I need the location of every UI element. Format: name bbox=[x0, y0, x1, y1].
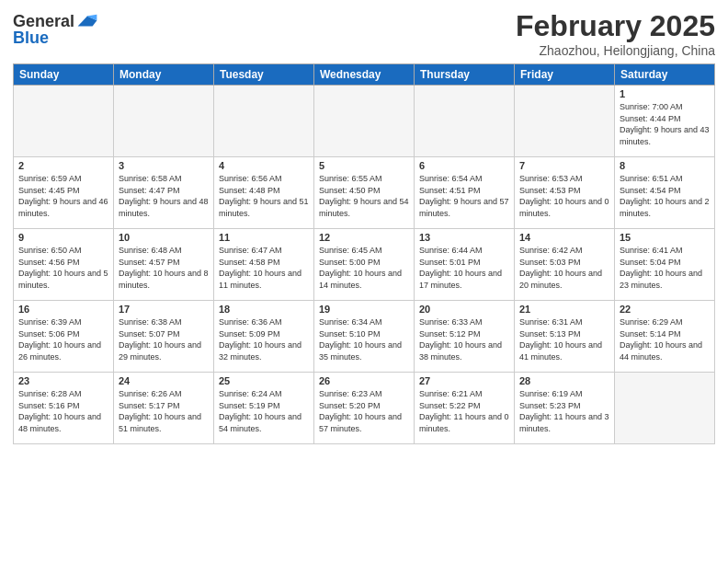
calendar-cell bbox=[515, 86, 615, 157]
day-number: 11 bbox=[219, 232, 309, 243]
calendar-cell: 16Sunrise: 6:39 AM Sunset: 5:06 PM Dayli… bbox=[14, 301, 114, 373]
calendar: SundayMondayTuesdayWednesdayThursdayFrid… bbox=[13, 63, 715, 444]
week-row-2: 9Sunrise: 6:50 AM Sunset: 4:56 PM Daylig… bbox=[14, 229, 715, 301]
day-number: 18 bbox=[219, 304, 309, 315]
day-info: Sunrise: 6:55 AM Sunset: 4:50 PM Dayligh… bbox=[319, 173, 409, 219]
day-number: 26 bbox=[319, 375, 409, 386]
col-header-sunday: Sunday bbox=[14, 64, 114, 86]
day-number: 23 bbox=[18, 375, 108, 386]
calendar-cell: 9Sunrise: 6:50 AM Sunset: 4:56 PM Daylig… bbox=[14, 229, 114, 301]
calendar-cell: 21Sunrise: 6:31 AM Sunset: 5:13 PM Dayli… bbox=[515, 301, 615, 373]
day-info: Sunrise: 6:44 AM Sunset: 5:01 PM Dayligh… bbox=[419, 245, 509, 291]
day-number: 15 bbox=[620, 232, 710, 243]
day-info: Sunrise: 6:19 AM Sunset: 5:23 PM Dayligh… bbox=[519, 388, 609, 434]
week-row-4: 23Sunrise: 6:28 AM Sunset: 5:16 PM Dayli… bbox=[14, 373, 715, 444]
day-info: Sunrise: 6:54 AM Sunset: 4:51 PM Dayligh… bbox=[419, 173, 509, 219]
week-row-1: 2Sunrise: 6:59 AM Sunset: 4:45 PM Daylig… bbox=[14, 157, 715, 229]
day-number: 19 bbox=[319, 304, 409, 315]
col-header-friday: Friday bbox=[515, 64, 615, 86]
day-info: Sunrise: 6:51 AM Sunset: 4:54 PM Dayligh… bbox=[620, 173, 710, 219]
col-header-saturday: Saturday bbox=[615, 64, 715, 86]
week-row-3: 16Sunrise: 6:39 AM Sunset: 5:06 PM Dayli… bbox=[14, 301, 715, 373]
day-number: 13 bbox=[419, 232, 509, 243]
day-number: 25 bbox=[219, 375, 309, 386]
day-info: Sunrise: 6:41 AM Sunset: 5:04 PM Dayligh… bbox=[620, 245, 710, 291]
day-number: 24 bbox=[119, 375, 209, 386]
calendar-cell: 4Sunrise: 6:56 AM Sunset: 4:48 PM Daylig… bbox=[214, 157, 314, 229]
day-info: Sunrise: 6:48 AM Sunset: 4:57 PM Dayligh… bbox=[119, 245, 209, 291]
day-info: Sunrise: 6:23 AM Sunset: 5:20 PM Dayligh… bbox=[319, 388, 409, 434]
day-number: 1 bbox=[620, 88, 710, 99]
col-header-tuesday: Tuesday bbox=[214, 64, 314, 86]
day-info: Sunrise: 6:56 AM Sunset: 4:48 PM Dayligh… bbox=[219, 173, 309, 219]
day-number: 5 bbox=[319, 160, 409, 171]
calendar-cell: 11Sunrise: 6:47 AM Sunset: 4:58 PM Dayli… bbox=[214, 229, 314, 301]
day-number: 10 bbox=[119, 232, 209, 243]
day-number: 7 bbox=[519, 160, 609, 171]
day-info: Sunrise: 6:33 AM Sunset: 5:12 PM Dayligh… bbox=[419, 316, 509, 362]
day-info: Sunrise: 6:28 AM Sunset: 5:16 PM Dayligh… bbox=[18, 388, 108, 434]
calendar-header-row: SundayMondayTuesdayWednesdayThursdayFrid… bbox=[14, 64, 715, 86]
logo-text-line2: Blue bbox=[13, 29, 49, 47]
logo-text-line1: General bbox=[13, 13, 74, 29]
calendar-cell: 28Sunrise: 6:19 AM Sunset: 5:23 PM Dayli… bbox=[515, 373, 615, 444]
calendar-cell bbox=[214, 86, 314, 157]
logo-icon bbox=[76, 13, 98, 29]
calendar-cell: 6Sunrise: 6:54 AM Sunset: 4:51 PM Daylig… bbox=[415, 157, 515, 229]
day-number: 21 bbox=[519, 304, 609, 315]
page: General Blue February 2025 Zhaozhou, Hei… bbox=[0, 0, 728, 563]
calendar-cell: 10Sunrise: 6:48 AM Sunset: 4:57 PM Dayli… bbox=[114, 229, 214, 301]
calendar-cell: 7Sunrise: 6:53 AM Sunset: 4:53 PM Daylig… bbox=[515, 157, 615, 229]
calendar-cell: 27Sunrise: 6:21 AM Sunset: 5:22 PM Dayli… bbox=[415, 373, 515, 444]
header: General Blue February 2025 Zhaozhou, Hei… bbox=[13, 9, 715, 58]
day-info: Sunrise: 6:59 AM Sunset: 4:45 PM Dayligh… bbox=[18, 173, 108, 219]
day-number: 14 bbox=[519, 232, 609, 243]
calendar-cell: 8Sunrise: 6:51 AM Sunset: 4:54 PM Daylig… bbox=[615, 157, 715, 229]
calendar-cell bbox=[14, 86, 114, 157]
calendar-cell: 15Sunrise: 6:41 AM Sunset: 5:04 PM Dayli… bbox=[615, 229, 715, 301]
calendar-cell: 12Sunrise: 6:45 AM Sunset: 5:00 PM Dayli… bbox=[314, 229, 415, 301]
day-number: 2 bbox=[18, 160, 108, 171]
day-number: 17 bbox=[119, 304, 209, 315]
day-info: Sunrise: 6:29 AM Sunset: 5:14 PM Dayligh… bbox=[620, 316, 710, 362]
day-info: Sunrise: 6:26 AM Sunset: 5:17 PM Dayligh… bbox=[119, 388, 209, 434]
day-info: Sunrise: 6:38 AM Sunset: 5:07 PM Dayligh… bbox=[119, 316, 209, 362]
day-info: Sunrise: 6:53 AM Sunset: 4:53 PM Dayligh… bbox=[519, 173, 609, 219]
calendar-cell: 25Sunrise: 6:24 AM Sunset: 5:19 PM Dayli… bbox=[214, 373, 314, 444]
day-info: Sunrise: 6:21 AM Sunset: 5:22 PM Dayligh… bbox=[419, 388, 509, 434]
day-info: Sunrise: 6:58 AM Sunset: 4:47 PM Dayligh… bbox=[119, 173, 209, 219]
calendar-cell: 13Sunrise: 6:44 AM Sunset: 5:01 PM Dayli… bbox=[415, 229, 515, 301]
location: Zhaozhou, Heilongjiang, China bbox=[516, 43, 715, 58]
title-block: February 2025 Zhaozhou, Heilongjiang, Ch… bbox=[516, 9, 715, 58]
day-number: 6 bbox=[419, 160, 509, 171]
calendar-cell: 17Sunrise: 6:38 AM Sunset: 5:07 PM Dayli… bbox=[114, 301, 214, 373]
day-number: 22 bbox=[620, 304, 710, 315]
day-info: Sunrise: 6:42 AM Sunset: 5:03 PM Dayligh… bbox=[519, 245, 609, 291]
calendar-cell: 19Sunrise: 6:34 AM Sunset: 5:10 PM Dayli… bbox=[314, 301, 415, 373]
day-info: Sunrise: 7:00 AM Sunset: 4:44 PM Dayligh… bbox=[620, 101, 710, 147]
day-info: Sunrise: 6:31 AM Sunset: 5:13 PM Dayligh… bbox=[519, 316, 609, 362]
calendar-cell bbox=[615, 373, 715, 444]
calendar-cell: 23Sunrise: 6:28 AM Sunset: 5:16 PM Dayli… bbox=[14, 373, 114, 444]
week-row-0: 1Sunrise: 7:00 AM Sunset: 4:44 PM Daylig… bbox=[14, 86, 715, 157]
day-info: Sunrise: 6:50 AM Sunset: 4:56 PM Dayligh… bbox=[18, 245, 108, 291]
day-number: 20 bbox=[419, 304, 509, 315]
day-info: Sunrise: 6:45 AM Sunset: 5:00 PM Dayligh… bbox=[319, 245, 409, 291]
day-info: Sunrise: 6:39 AM Sunset: 5:06 PM Dayligh… bbox=[18, 316, 108, 362]
calendar-cell: 26Sunrise: 6:23 AM Sunset: 5:20 PM Dayli… bbox=[314, 373, 415, 444]
calendar-cell: 24Sunrise: 6:26 AM Sunset: 5:17 PM Dayli… bbox=[114, 373, 214, 444]
calendar-cell: 20Sunrise: 6:33 AM Sunset: 5:12 PM Dayli… bbox=[415, 301, 515, 373]
calendar-cell bbox=[114, 86, 214, 157]
calendar-cell: 1Sunrise: 7:00 AM Sunset: 4:44 PM Daylig… bbox=[615, 86, 715, 157]
col-header-wednesday: Wednesday bbox=[314, 64, 415, 86]
day-number: 27 bbox=[419, 375, 509, 386]
day-number: 12 bbox=[319, 232, 409, 243]
day-info: Sunrise: 6:36 AM Sunset: 5:09 PM Dayligh… bbox=[219, 316, 309, 362]
day-number: 9 bbox=[18, 232, 108, 243]
calendar-cell: 5Sunrise: 6:55 AM Sunset: 4:50 PM Daylig… bbox=[314, 157, 415, 229]
col-header-thursday: Thursday bbox=[415, 64, 515, 86]
day-info: Sunrise: 6:34 AM Sunset: 5:10 PM Dayligh… bbox=[319, 316, 409, 362]
day-info: Sunrise: 6:24 AM Sunset: 5:19 PM Dayligh… bbox=[219, 388, 309, 434]
day-number: 4 bbox=[219, 160, 309, 171]
day-number: 16 bbox=[18, 304, 108, 315]
